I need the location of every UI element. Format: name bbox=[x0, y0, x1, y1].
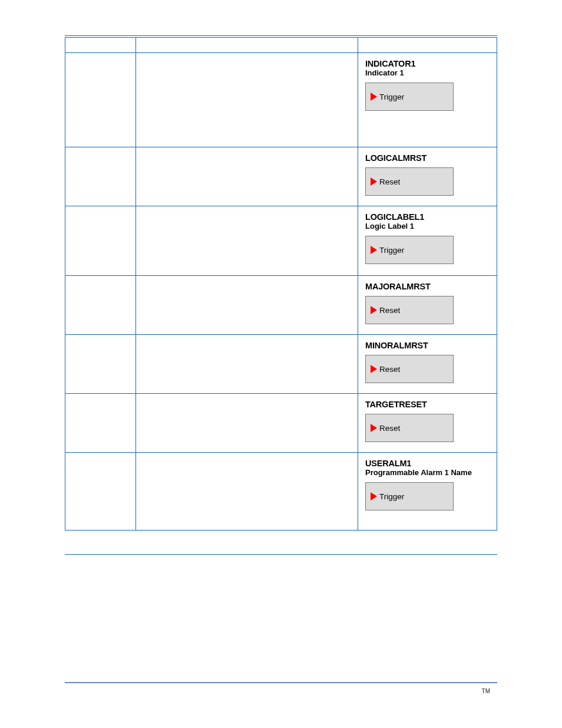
block-wrap: LOGICLABEL1 Logic Label 1 Trigger bbox=[358, 206, 497, 272]
block-subtitle: Indicator 1 bbox=[365, 69, 490, 78]
cell-name-6 bbox=[65, 453, 136, 531]
table-row: TARGETRESET Reset bbox=[65, 394, 497, 453]
button-label: Reset bbox=[379, 306, 400, 315]
cell-block-2: LOGICLABEL1 Logic Label 1 Trigger bbox=[358, 206, 497, 276]
block-title: USERALM1 bbox=[365, 459, 490, 468]
page-root: INDICATOR1 Indicator 1 Trigger LOGICALMR… bbox=[0, 0, 562, 728]
hdr-col-2 bbox=[136, 38, 358, 53]
cell-desc-0 bbox=[136, 53, 358, 147]
trigger-button[interactable]: Trigger bbox=[365, 83, 454, 111]
cell-desc-3 bbox=[136, 276, 358, 335]
cell-block-0: INDICATOR1 Indicator 1 Trigger bbox=[358, 53, 497, 147]
play-icon bbox=[371, 306, 377, 314]
block-subtitle: Programmable Alarm 1 Name bbox=[365, 469, 490, 477]
button-label: Reset bbox=[379, 365, 400, 374]
cell-name-4 bbox=[65, 335, 136, 394]
block-subtitle: Logic Label 1 bbox=[365, 222, 490, 231]
trigger-button[interactable]: Trigger bbox=[365, 482, 454, 510]
block-wrap: USERALM1 Programmable Alarm 1 Name Trigg… bbox=[358, 453, 497, 519]
block-wrap: MAJORALMRST Reset bbox=[358, 276, 497, 332]
trigger-button[interactable]: Trigger bbox=[365, 236, 454, 264]
cell-desc-4 bbox=[136, 335, 358, 394]
table-row: INDICATOR1 Indicator 1 Trigger bbox=[65, 53, 497, 147]
table-row: MINORALMRST Reset bbox=[65, 335, 497, 394]
hdr-col-1 bbox=[65, 38, 136, 53]
table-header-row bbox=[65, 38, 497, 53]
hdr-col-3 bbox=[358, 38, 497, 53]
play-icon bbox=[371, 492, 377, 500]
block-wrap: TARGETRESET Reset bbox=[358, 394, 497, 450]
button-label: Reset bbox=[379, 424, 400, 433]
block-wrap: INDICATOR1 Indicator 1 Trigger bbox=[358, 53, 497, 119]
cell-desc-2 bbox=[136, 206, 358, 276]
block-title: INDICATOR1 bbox=[365, 59, 490, 68]
button-label: Trigger bbox=[379, 93, 404, 101]
cell-name-0 bbox=[65, 53, 136, 147]
top-rule bbox=[65, 35, 497, 36]
cell-block-3: MAJORALMRST Reset bbox=[358, 276, 497, 335]
cell-block-4: MINORALMRST Reset bbox=[358, 335, 497, 394]
section-divider bbox=[65, 554, 497, 555]
cell-name-3 bbox=[65, 276, 136, 335]
block-title: MAJORALMRST bbox=[365, 282, 490, 291]
cell-desc-5 bbox=[136, 394, 358, 453]
cell-block-6: USERALM1 Programmable Alarm 1 Name Trigg… bbox=[358, 453, 497, 531]
button-label: Reset bbox=[379, 177, 400, 186]
reset-button[interactable]: Reset bbox=[365, 167, 454, 196]
reset-button[interactable]: Reset bbox=[365, 414, 454, 442]
block-title: LOGICALMRST bbox=[365, 153, 490, 163]
cell-desc-1 bbox=[136, 147, 358, 206]
blocks-table: INDICATOR1 Indicator 1 Trigger LOGICALMR… bbox=[65, 37, 497, 531]
table-row: USERALM1 Programmable Alarm 1 Name Trigg… bbox=[65, 453, 497, 531]
reset-button[interactable]: Reset bbox=[365, 296, 454, 324]
block-title: LOGICLABEL1 bbox=[365, 212, 490, 222]
footer-rule bbox=[65, 682, 497, 683]
block-title: MINORALMRST bbox=[365, 341, 490, 350]
button-label: Trigger bbox=[379, 246, 404, 255]
play-icon bbox=[371, 177, 377, 186]
play-icon bbox=[371, 365, 377, 373]
cell-name-5 bbox=[65, 394, 136, 453]
play-icon bbox=[371, 424, 377, 432]
trademark-symbol: TM bbox=[482, 688, 490, 694]
block-title: TARGETRESET bbox=[365, 400, 490, 409]
table-row: LOGICALMRST Reset bbox=[65, 147, 497, 206]
cell-block-1: LOGICALMRST Reset bbox=[358, 147, 497, 206]
cell-name-1 bbox=[65, 147, 136, 206]
button-label: Trigger bbox=[379, 492, 404, 501]
block-wrap: MINORALMRST Reset bbox=[358, 335, 497, 391]
cell-name-2 bbox=[65, 206, 136, 276]
cell-block-5: TARGETRESET Reset bbox=[358, 394, 497, 453]
table-row: MAJORALMRST Reset bbox=[65, 276, 497, 335]
play-icon bbox=[371, 93, 377, 101]
table-row: LOGICLABEL1 Logic Label 1 Trigger bbox=[65, 206, 497, 276]
cell-desc-6 bbox=[136, 453, 358, 531]
play-icon bbox=[371, 246, 377, 254]
block-wrap: LOGICALMRST Reset bbox=[358, 147, 497, 204]
reset-button[interactable]: Reset bbox=[365, 355, 454, 383]
